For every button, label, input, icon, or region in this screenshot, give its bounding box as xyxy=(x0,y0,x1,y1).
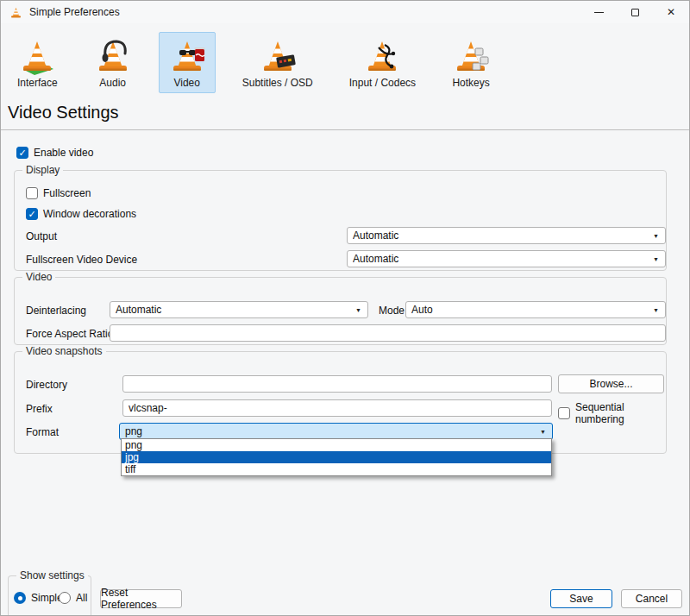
toolbar-label: Subtitles / OSD xyxy=(242,77,313,89)
cancel-button[interactable]: Cancel xyxy=(621,589,682,608)
audio-icon xyxy=(94,37,132,75)
format-dropdown-list: png jpg tiff xyxy=(121,438,552,476)
toolbar-label: Input / Codecs xyxy=(349,77,416,89)
toolbar-label: Hotkeys xyxy=(452,77,489,89)
deinterlacing-label: Deinterlacing xyxy=(26,305,86,317)
format-value: png xyxy=(125,425,535,437)
cancel-button-label: Cancel xyxy=(636,593,668,605)
close-icon: ✕ xyxy=(667,7,675,17)
simple-radio-row[interactable]: Simple xyxy=(14,592,63,604)
toolbar-item-interface[interactable]: Interface xyxy=(8,32,67,93)
window-decorations-label: Window decorations xyxy=(43,208,136,220)
force-aspect-ratio-label: Force Aspect Ratio xyxy=(26,328,113,340)
save-button[interactable]: Save xyxy=(550,589,612,608)
format-option-tiff[interactable]: tiff xyxy=(122,463,551,475)
all-radio-label: All xyxy=(76,592,87,604)
dropdown-arrow-icon: ▼ xyxy=(653,307,659,313)
maximize-icon xyxy=(631,9,639,16)
toolbar-label: Interface xyxy=(17,77,58,89)
page-title: Video Settings xyxy=(8,103,119,123)
show-settings-title: Show settings xyxy=(16,569,88,581)
fullscreen-checkbox-row[interactable]: ✓ Fullscreen xyxy=(26,187,91,199)
force-aspect-ratio-input[interactable] xyxy=(110,324,666,342)
minimize-button[interactable] xyxy=(580,1,617,23)
input-codecs-icon xyxy=(363,37,401,75)
hotkeys-icon xyxy=(452,37,490,75)
output-label: Output xyxy=(26,230,57,242)
simple-radio[interactable] xyxy=(14,592,26,604)
directory-input[interactable] xyxy=(122,375,552,393)
prefix-label: Prefix xyxy=(26,403,53,415)
check-icon: ✓ xyxy=(18,148,26,158)
preferences-toolbar: Interface Audio Video xyxy=(8,32,499,93)
enable-video-checkbox[interactable]: ✓ xyxy=(16,147,28,159)
vlc-app-icon xyxy=(9,6,22,19)
toolbar-label: Video xyxy=(173,77,199,89)
enable-video-checkbox-row[interactable]: ✓ Enable video xyxy=(16,147,93,159)
mode-label: Mode xyxy=(379,305,405,317)
browse-button[interactable]: Browse... xyxy=(558,374,664,393)
subtitles-osd-icon xyxy=(259,37,297,75)
deinterlacing-value: Automatic xyxy=(116,304,350,316)
prefix-input[interactable] xyxy=(122,399,552,417)
browse-button-label: Browse... xyxy=(589,378,632,390)
all-radio[interactable] xyxy=(59,592,71,604)
deinterlacing-dropdown[interactable]: Automatic ▼ xyxy=(110,301,368,318)
video-icon xyxy=(168,37,206,75)
minimize-icon xyxy=(594,12,604,13)
video-snapshots-group-title: Video snapshots xyxy=(22,345,106,357)
all-radio-row[interactable]: All xyxy=(59,592,87,604)
dropdown-arrow-icon: ▼ xyxy=(540,429,546,435)
close-button[interactable]: ✕ xyxy=(653,1,689,23)
window-title: Simple Preferences xyxy=(29,6,120,18)
heading-divider xyxy=(1,129,689,130)
maximize-button[interactable] xyxy=(617,1,653,23)
enable-video-label: Enable video xyxy=(34,147,93,159)
simple-preferences-window: Simple Preferences ✕ Interface Audio xyxy=(0,0,690,616)
video-group-title: Video xyxy=(22,271,55,283)
fullscreen-checkbox[interactable]: ✓ xyxy=(26,187,38,199)
toolbar-item-input-codecs[interactable]: Input / Codecs xyxy=(340,32,425,93)
toolbar-item-subtitles-osd[interactable]: Subtitles / OSD xyxy=(233,32,323,93)
window-decorations-checkbox[interactable]: ✓ xyxy=(26,208,38,220)
directory-label: Directory xyxy=(26,379,67,391)
interface-icon xyxy=(18,37,56,75)
output-value: Automatic xyxy=(353,229,648,242)
output-dropdown[interactable]: Automatic ▼ xyxy=(347,227,666,244)
save-button-label: Save xyxy=(569,593,593,605)
display-group: Display ✓ Fullscreen ✓ Window decoration… xyxy=(14,170,667,271)
sequential-numbering-label: Sequential numbering xyxy=(575,401,666,425)
sequential-numbering-checkbox-row[interactable]: ✓ Sequential numbering xyxy=(558,401,666,425)
reset-preferences-button[interactable]: Reset Preferences xyxy=(100,589,182,608)
format-label: Format xyxy=(26,426,59,438)
dropdown-arrow-icon: ▼ xyxy=(653,256,659,262)
dropdown-arrow-icon: ▼ xyxy=(653,233,659,239)
toolbar-label: Audio xyxy=(99,77,126,89)
dropdown-arrow-icon: ▼ xyxy=(355,307,361,313)
toolbar-item-audio[interactable]: Audio xyxy=(85,32,141,93)
format-dropdown[interactable]: png ▼ xyxy=(119,423,553,440)
mode-dropdown[interactable]: Auto ▼ xyxy=(405,301,666,318)
fullscreen-video-device-label: Fullscreen Video Device xyxy=(26,254,137,266)
toolbar-item-video[interactable]: Video xyxy=(159,32,216,93)
mode-value: Auto xyxy=(411,304,648,316)
sequential-numbering-checkbox[interactable]: ✓ xyxy=(558,407,570,419)
toolbar-item-hotkeys[interactable]: Hotkeys xyxy=(442,32,499,93)
fullscreen-video-device-dropdown[interactable]: Automatic ▼ xyxy=(347,250,666,267)
format-option-png[interactable]: png xyxy=(122,439,551,451)
reset-preferences-label: Reset Preferences xyxy=(101,587,181,611)
fullscreen-video-device-value: Automatic xyxy=(353,253,648,265)
show-settings-group: Show settings Simple All xyxy=(8,575,91,616)
format-option-jpg[interactable]: jpg xyxy=(122,451,551,463)
titlebar: Simple Preferences ✕ xyxy=(1,1,689,23)
window-decorations-checkbox-row[interactable]: ✓ Window decorations xyxy=(26,208,136,220)
fullscreen-label: Fullscreen xyxy=(43,187,91,199)
display-group-title: Display xyxy=(22,164,63,176)
check-icon: ✓ xyxy=(28,210,35,219)
video-group: Video Deinterlacing Automatic ▼ Mode Aut… xyxy=(14,277,667,345)
